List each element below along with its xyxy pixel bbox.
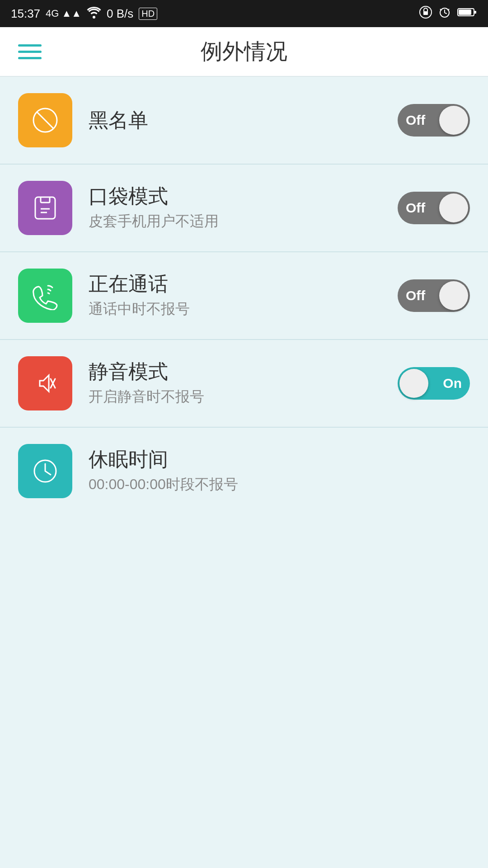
silent-item[interactable]: 静音模式 开启静音时不报号 On bbox=[0, 340, 488, 428]
calling-item[interactable]: 正在通话 通话中时不报号 Off bbox=[0, 252, 488, 340]
sleep-content: 休眠时间 00:00-00:00时段不报号 bbox=[89, 448, 470, 495]
status-bar: 15:37 4G ▲▲ 0 B/s HD bbox=[0, 0, 488, 27]
status-time: 15:37 bbox=[11, 7, 40, 21]
wifi-icon bbox=[87, 6, 101, 22]
svg-rect-4 bbox=[474, 11, 476, 14]
calling-icon bbox=[18, 269, 72, 323]
silent-subtitle: 开启静音时不报号 bbox=[89, 387, 381, 407]
toggle-knob bbox=[439, 106, 468, 135]
toggle-knob bbox=[439, 281, 468, 310]
blacklist-item[interactable]: 黑名单 Off bbox=[0, 77, 488, 165]
calling-toggle[interactable]: Off bbox=[398, 279, 470, 312]
sleep-icon bbox=[18, 444, 72, 498]
svg-line-7 bbox=[37, 112, 53, 128]
calling-title: 正在通话 bbox=[89, 272, 381, 296]
page-title: 例外情况 bbox=[42, 37, 446, 66]
pocket-item[interactable]: 口袋模式 皮套手机用户不适用 Off bbox=[0, 165, 488, 252]
menu-button[interactable] bbox=[18, 44, 42, 59]
toggle-knob bbox=[399, 369, 428, 398]
status-left: 15:37 4G ▲▲ 0 B/s HD bbox=[11, 6, 157, 22]
sleep-subtitle: 00:00-00:00时段不报号 bbox=[89, 475, 470, 495]
svg-rect-8 bbox=[35, 197, 55, 219]
calling-content: 正在通话 通话中时不报号 bbox=[89, 272, 381, 320]
sleep-item[interactable]: 休眠时间 00:00-00:00时段不报号 bbox=[0, 428, 488, 514]
pocket-title: 口袋模式 bbox=[89, 184, 381, 208]
lock-icon bbox=[419, 6, 432, 22]
app-header: 例外情况 bbox=[0, 27, 488, 77]
battery-icon bbox=[457, 7, 477, 21]
silent-content: 静音模式 开启静音时不报号 bbox=[89, 360, 381, 407]
blacklist-title: 黑名单 bbox=[89, 108, 381, 132]
pocket-toggle[interactable]: Off bbox=[398, 192, 470, 224]
exceptions-list: 黑名单 Off 口袋模式 皮套手机用户不适用 Off bbox=[0, 77, 488, 514]
silent-title: 静音模式 bbox=[89, 360, 381, 384]
sleep-title: 休眠时间 bbox=[89, 448, 470, 472]
silent-toggle[interactable]: On bbox=[398, 367, 470, 400]
svg-rect-1 bbox=[423, 11, 428, 15]
hd-badge: HD bbox=[139, 8, 157, 20]
network-speed: 0 B/s bbox=[107, 7, 133, 21]
signal-icon: 4G ▲▲ bbox=[46, 8, 81, 19]
alarm-icon bbox=[438, 6, 451, 22]
pocket-content: 口袋模式 皮套手机用户不适用 bbox=[89, 184, 381, 232]
pocket-icon bbox=[18, 181, 72, 235]
silent-icon bbox=[18, 356, 72, 410]
svg-rect-5 bbox=[459, 9, 471, 15]
status-right bbox=[419, 6, 477, 22]
pocket-subtitle: 皮套手机用户不适用 bbox=[89, 212, 381, 231]
blacklist-content: 黑名单 bbox=[89, 108, 381, 132]
blacklist-icon bbox=[18, 93, 72, 147]
calling-subtitle: 通话中时不报号 bbox=[89, 299, 381, 319]
blacklist-toggle[interactable]: Off bbox=[398, 104, 470, 137]
toggle-knob bbox=[439, 193, 468, 222]
